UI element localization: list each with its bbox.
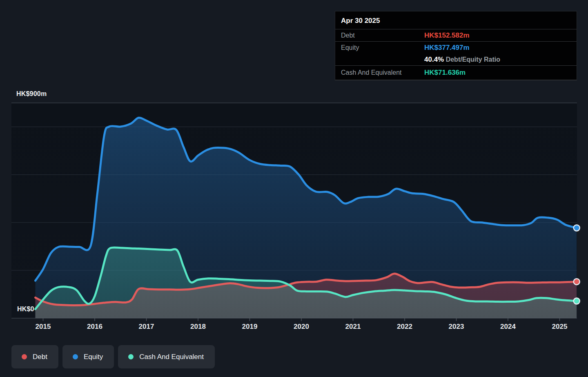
tooltip-ratio-value: 40.4% [424,56,444,63]
x-axis-label-2015: 2015 [36,323,51,331]
tooltip-row-ratio: 40.4% Debt/Equity Ratio [335,54,577,65]
x-axis-label-2024: 2024 [500,323,516,331]
x-axis-label-2017: 2017 [139,323,154,331]
debt-dot-icon [22,354,27,359]
y-axis-label-zero: HK$0 [17,306,34,313]
x-axis-label-2022: 2022 [397,323,412,331]
equity-dot-icon [73,354,78,359]
tooltip-equity-value: HK$377.497m [424,44,571,52]
x-axis-label-2018: 2018 [190,323,206,331]
y-axis-label-max: HK$900m [16,90,47,98]
legend-item-debt[interactable]: Debt [11,345,58,368]
cash-dot-icon [128,354,134,359]
legend-cash-label: Cash And Equivalent [139,353,204,361]
x-axis-label-2019: 2019 [242,323,258,331]
x-axis-label-2023: 2023 [449,323,464,331]
tooltip-ratio-label: Debt/Equity Ratio [444,56,500,63]
tooltip-cash-value: HK$71.636m [424,69,571,77]
tooltip-debt-value: HK$152.582m [424,31,571,40]
x-axis-label-2025: 2025 [552,323,568,331]
tooltip-debt-label: Debt [341,32,424,39]
legend: Debt Equity Cash And Equivalent [11,345,215,368]
x-axis-label-2016: 2016 [87,323,102,331]
balance-sheet-history-chart: HK$900m HK$0 201520162017201820192020202… [0,0,588,377]
tooltip-row-debt: Debt HK$152.582m [335,29,577,42]
legend-equity-label: Equity [84,353,103,361]
x-axis-label-2020: 2020 [294,323,309,331]
tooltip: Apr 30 2025 Debt HK$152.582m Equity HK$3… [335,11,577,80]
x-axis-label-2021: 2021 [345,323,361,331]
tooltip-row-cash: Cash And Equivalent HK$71.636m [335,65,577,80]
tooltip-date: Apr 30 2025 [335,11,577,29]
tooltip-equity-label: Equity [341,44,424,51]
legend-item-equity[interactable]: Equity [62,345,114,368]
legend-item-cash[interactable]: Cash And Equivalent [118,345,215,368]
tooltip-cash-label: Cash And Equivalent [341,69,424,76]
tooltip-row-equity: Equity HK$377.497m [335,42,577,54]
legend-debt-label: Debt [33,353,47,361]
